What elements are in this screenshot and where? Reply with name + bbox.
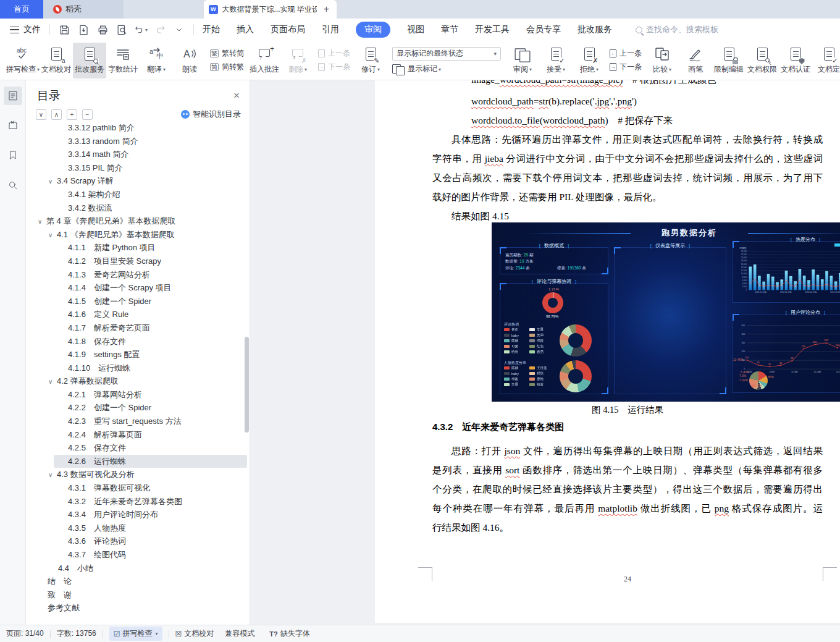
toc-item[interactable]: 4.2.4 解析弹幕页面 xyxy=(27,428,247,442)
toc-item[interactable]: 3.3.13 random 简介 xyxy=(27,135,247,148)
toc-item[interactable]: 4.2.5 保存文件 xyxy=(27,441,247,455)
toc-control-button[interactable]: ∨ xyxy=(36,109,46,120)
toc-scrollbar-thumb[interactable] xyxy=(245,337,249,433)
print-button[interactable] xyxy=(96,23,109,36)
file-menu-button[interactable]: 文件 xyxy=(0,19,49,41)
toc-item[interactable]: 4.2.3 重写 start_requests 方法 xyxy=(27,415,247,428)
ribbon-tab[interactable]: 批改服务 xyxy=(578,24,612,35)
toc-item[interactable]: 4.3.1 弹幕数据可视化 xyxy=(27,481,247,495)
print-preview-button[interactable] xyxy=(115,23,128,36)
ribbon-tab[interactable]: 章节 xyxy=(441,24,458,35)
toc-control-button[interactable]: ∧ xyxy=(51,109,62,120)
toc-item[interactable]: 4.1.4 创建一个 Scrapy 项目 xyxy=(27,281,247,295)
simplified-to-traditional-button[interactable]: 简简转繁 xyxy=(210,62,244,72)
insert-comment-button[interactable]: 插入批注 xyxy=(248,43,281,78)
toc-item[interactable]: 4.2 弹幕数据爬取 xyxy=(27,374,247,388)
toc-item[interactable]: 3.4 Scrapy 详解 xyxy=(27,174,247,188)
toc-item[interactable]: 4.2.6 运行蜘蛛 xyxy=(54,455,247,468)
toc-item[interactable]: 4.2.1 弹幕网站分析 xyxy=(27,388,247,402)
toc-control-button[interactable]: + xyxy=(67,109,77,120)
new-tab-button[interactable]: + xyxy=(321,4,332,15)
toc-item[interactable]: 3.4.1 架构介绍 xyxy=(27,188,247,201)
toc-item[interactable]: 致 谢 xyxy=(27,588,247,602)
toc-item[interactable]: 4.3.2 近年来爱奇艺弹幕各类图 xyxy=(27,495,247,509)
translate-button[interactable]: a中 翻译 xyxy=(140,43,173,78)
find-panel-button[interactable] xyxy=(4,175,22,194)
ink-brush-button[interactable]: 画笔 xyxy=(679,43,712,78)
chapter-panel-button[interactable] xyxy=(4,116,22,135)
ribbon-tab[interactable]: 审阅 xyxy=(356,22,390,38)
toc-item[interactable]: 4.1.5 创建一个 Spider xyxy=(27,295,247,308)
toc-item[interactable]: 4.1.10 运行蜘蛛 xyxy=(27,361,247,375)
word-count-indicator[interactable]: 字数: 13756 xyxy=(57,628,96,639)
read-aloud-button[interactable]: A 朗读 xyxy=(173,43,206,78)
ribbon-tab[interactable]: 插入 xyxy=(237,24,254,35)
document-certification-button[interactable]: 文档认证 xyxy=(779,43,812,78)
save-button[interactable] xyxy=(57,23,71,36)
ribbon-tab[interactable]: 开发工具 xyxy=(475,24,510,35)
finalize-document-button[interactable]: 文档定 xyxy=(812,43,840,78)
previous-comment-button[interactable]: ←上一条 xyxy=(318,48,350,59)
toc-item[interactable]: 3.4.2 数据流 xyxy=(27,201,247,215)
bookmark-panel-button[interactable] xyxy=(4,146,22,164)
previous-revision-button[interactable]: ←上一条 xyxy=(610,48,642,59)
toc-item[interactable]: 3.3.15 PIL 简介 xyxy=(27,161,247,175)
review-mode-button[interactable]: 审阅 xyxy=(506,43,539,78)
collapse-ribbon-button[interactable] xyxy=(172,23,186,36)
toc-item[interactable]: 4.1.1 新建 Python 项目 xyxy=(27,241,247,255)
command-search[interactable]: 查找命令、搜索模板 xyxy=(636,24,718,35)
restrict-editing-button[interactable]: 限制编辑 xyxy=(712,43,746,78)
next-revision-button[interactable]: →下一条 xyxy=(610,62,642,72)
traditional-to-simplified-button[interactable]: 繁繁转简 xyxy=(210,48,244,59)
track-changes-button[interactable]: 修订 xyxy=(354,43,387,78)
reject-revision-button[interactable]: 拒绝 xyxy=(573,43,606,78)
compatibility-mode-indicator[interactable]: 兼容模式 xyxy=(225,628,254,639)
next-comment-button[interactable]: →下一条 xyxy=(318,62,350,72)
toc-item[interactable]: 4.1.3 爱奇艺网站分析 xyxy=(27,268,247,282)
toc-item[interactable]: 3.3.12 pathlib 简介 xyxy=(27,121,247,135)
toc-item[interactable]: 4.3.7 绘图代码 xyxy=(27,548,247,562)
toc-item[interactable]: 4.3 数据可视化及分析 xyxy=(27,468,247,481)
document-proofing-button[interactable]: 文档校对 xyxy=(40,43,73,78)
accept-revision-button[interactable]: 接受 xyxy=(539,43,573,78)
toc-item[interactable]: 4.4 小结 xyxy=(27,562,247,575)
toc-item[interactable]: 4.1 《奔爬吧兄弟》基本数据爬取 xyxy=(27,228,247,242)
ribbon-tab[interactable]: 页面布局 xyxy=(271,24,305,35)
tab-home[interactable]: 首页 xyxy=(0,0,43,19)
figure-dashboard-image[interactable]: 跑男数据分析 数据概览 遍历期数:20期 数据量:19万条 评论:2344条 弹… xyxy=(492,222,840,402)
ribbon-tab[interactable]: 引用 xyxy=(322,24,339,35)
delete-comment-button[interactable]: 删除 xyxy=(281,43,314,78)
toc-item[interactable]: 4.1.8 保存文件 xyxy=(27,335,247,348)
ribbon-tab[interactable]: 会员专享 xyxy=(526,24,561,35)
toc-item[interactable]: 4.1.6 定义 Rule xyxy=(27,308,247,321)
toc-control-button[interactable]: − xyxy=(82,109,93,120)
undo-caret-icon[interactable]: ▾ xyxy=(145,27,148,33)
ribbon-tab[interactable]: 视图 xyxy=(407,24,424,35)
compare-button[interactable]: 比较 xyxy=(645,43,679,78)
tab-docer[interactable]: 稻壳 xyxy=(43,0,124,19)
toc-item[interactable]: 4.1.2 项目里安装 Scrapy xyxy=(27,255,247,268)
toc-item[interactable]: 4.2.2 创建一个 Spider xyxy=(27,401,247,415)
toc-item[interactable]: 4.3.5 人物热度 xyxy=(27,522,247,535)
toc-item[interactable]: 3.3.14 math 简介 xyxy=(27,148,247,161)
close-icon[interactable]: × xyxy=(233,90,240,102)
toc-item[interactable]: 结 论 xyxy=(27,575,247,588)
toc-item[interactable]: 4.1.7 解析爱奇艺页面 xyxy=(27,321,247,335)
document-permissions-button[interactable]: 文档权限 xyxy=(746,43,779,78)
toc-item[interactable]: 参考文献 xyxy=(27,601,247,615)
spellcheck-button[interactable]: abc 拼写检查 xyxy=(6,43,40,78)
toc-item[interactable]: 4.3.4 用户评论时间分布 xyxy=(27,508,247,522)
ribbon-tab[interactable]: 开始 xyxy=(203,24,220,35)
word-count-button[interactable]: 字数统计 xyxy=(106,43,140,78)
markup-state-dropdown[interactable]: 显示标记的最终状态 xyxy=(392,47,501,61)
toc-item[interactable]: 4.1.9 settings 配置 xyxy=(27,348,247,361)
toc-item[interactable]: 第 4 章《奔爬吧兄弟》基本数据爬取 xyxy=(27,214,247,228)
undo-button[interactable]: ▾ xyxy=(134,23,148,36)
toc-item[interactable]: 4.3.6 评论热词 xyxy=(27,534,247,548)
spellcheck-toggle[interactable]: ☑ 拼写检查▾ xyxy=(109,627,162,641)
export-button[interactable] xyxy=(77,23,90,36)
redo-button[interactable] xyxy=(153,23,167,36)
correction-service-button[interactable]: 批改服务 xyxy=(73,43,106,78)
show-markup-button[interactable]: 显示标记 xyxy=(392,64,501,74)
smart-toc-button[interactable]: 智能识别目录 xyxy=(181,109,241,120)
